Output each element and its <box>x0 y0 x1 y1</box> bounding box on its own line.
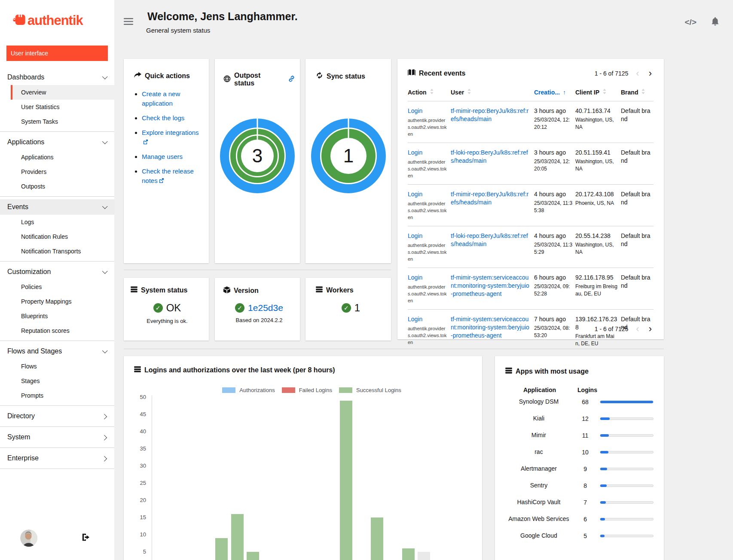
sidebar-item-flows[interactable]: Flows <box>11 359 114 374</box>
sidebar: authentik User interface DashboardsOverv… <box>0 0 114 560</box>
apps-usage-card: Apps with most usage Application Logins … <box>495 356 664 560</box>
sidebar-group: System <box>0 429 114 445</box>
event-user-link[interactable]: tf-mimir-repo:BeryJu/k8s:ref:refs/heads/… <box>451 107 530 123</box>
user-interface-button[interactable]: User interface <box>6 46 108 61</box>
event-creation-cell: 3 hours ago 25/03/2024, 12:20:05 <box>534 149 575 179</box>
events-column-brand[interactable]: Brand <box>621 88 654 96</box>
sign-out-icon[interactable] <box>82 533 90 543</box>
event-client-ip: 20.55.14.238 <box>575 232 618 240</box>
chart-bar <box>231 514 244 560</box>
events-pagination-bottom: 1 - 6 of 7125 ‹ › <box>595 326 654 332</box>
quick-action-link-check-the-logs[interactable]: Check the logs <box>142 114 184 122</box>
app-usage-bar <box>600 417 654 420</box>
events-column-action[interactable]: Action <box>408 88 451 96</box>
chevron-right-icon[interactable]: › <box>647 70 654 76</box>
sidebar-item-applications[interactable]: Applications <box>11 150 114 164</box>
y-tick: 25 <box>128 480 146 486</box>
sidebar-item-notification-rules[interactable]: Notification Rules <box>11 229 114 244</box>
sidebar-divider <box>0 261 114 262</box>
app-name: Mimir <box>505 431 572 439</box>
column-label: Action <box>408 89 427 96</box>
event-user-link[interactable]: tf-mimir-system:serviceaccount:monitorin… <box>451 274 530 298</box>
sidebar-group-directory[interactable]: Directory <box>0 408 114 424</box>
quick-action-link-check-the-release-notes[interactable]: Check the release notes <box>142 167 194 184</box>
event-action-link[interactable]: Login <box>408 232 422 240</box>
sidebar-item-prompts[interactable]: Prompts <box>11 388 114 403</box>
quick-action-link-manage-users[interactable]: Manage users <box>142 153 183 160</box>
api-code-icon[interactable]: </> <box>685 18 696 27</box>
event-user-cell: tf-loki-repo:BeryJu/k8s:ref:refs/heads/m… <box>451 149 534 179</box>
sidebar-divider <box>0 447 114 448</box>
column-label: Brand <box>621 89 638 96</box>
sidebar-item-user-statistics[interactable]: User Statistics <box>11 100 114 114</box>
sidebar-item-overview[interactable]: Overview <box>11 85 114 100</box>
quick-action-link-create-a-new-application[interactable]: Create a new application <box>142 90 180 107</box>
quick-action-link-explore-integrations[interactable]: Explore integrations <box>142 129 199 136</box>
chevron-right-icon[interactable]: › <box>647 326 654 332</box>
event-user-cell: tf-mimir-system:serviceaccount:monitorin… <box>451 274 534 304</box>
sidebar-item-system-tasks[interactable]: System Tasks <box>11 114 114 129</box>
event-brand-cell: Default brand <box>621 149 654 179</box>
event-action-link[interactable]: Login <box>408 107 422 115</box>
event-action-cell: Login authentik.providers.oauth2.views.t… <box>408 190 451 221</box>
sidebar-group-label: Applications <box>7 138 44 146</box>
app-usage-bar <box>600 401 654 403</box>
events-column-user[interactable]: User <box>451 88 534 96</box>
sidebar-group-events[interactable]: Events <box>0 199 114 215</box>
app-usage-bar <box>600 451 654 453</box>
events-column-creatio[interactable]: Creatio...↑ <box>534 88 575 96</box>
legend-item-authorizations: Authorizations <box>222 387 275 393</box>
events-column-client-ip[interactable]: Client IP <box>575 88 621 96</box>
app-usage-bar-fill <box>600 518 605 520</box>
event-user-link[interactable]: tf-loki-repo:BeryJu/k8s:ref:refs/heads/m… <box>451 232 530 248</box>
external-link-icon <box>143 138 148 146</box>
app-usage-bar <box>600 535 654 537</box>
chain-link-icon[interactable] <box>288 76 295 84</box>
event-timestamp: 25/03/2024, 11:35:38 <box>534 200 573 214</box>
event-user-link[interactable]: tf-mimir-repo:BeryJu/k8s:ref:refs/heads/… <box>451 190 530 207</box>
sync-status-title: Sync status <box>327 73 365 80</box>
chevron-left-icon[interactable]: ‹ <box>634 70 641 76</box>
event-action-link[interactable]: Login <box>408 149 422 157</box>
app-usage-row: Sentry 8 <box>505 477 654 494</box>
event-action-link[interactable]: Login <box>408 274 422 282</box>
apps-column-application: Application <box>505 387 574 393</box>
donut-notch <box>348 119 349 138</box>
event-action-link[interactable]: Login <box>408 190 422 198</box>
y-tick: 15 <box>128 514 146 520</box>
sidebar-group-flows-and-stages[interactable]: Flows and Stages <box>0 344 114 359</box>
event-user-link[interactable]: tf-mimir-system:serviceaccount:monitorin… <box>451 315 530 340</box>
sidebar-item-outposts[interactable]: Outposts <box>11 179 114 194</box>
version-value-link[interactable]: 1e25d3e <box>248 303 283 313</box>
sidebar-group-applications[interactable]: Applications <box>0 134 114 150</box>
sidebar-group-enterprise[interactable]: Enterprise <box>0 450 114 466</box>
hamburger-menu-icon[interactable] <box>124 18 133 27</box>
app-login-count: 9 <box>572 466 598 472</box>
sidebar-item-property-mappings[interactable]: Property Mappings <box>11 294 114 309</box>
donut-ring-blue: 3 <box>220 119 295 193</box>
sidebar-item-stages[interactable]: Stages <box>11 374 114 388</box>
sidebar-footer <box>0 520 114 560</box>
sidebar-item-policies[interactable]: Policies <box>11 280 114 294</box>
sidebar-group-customization[interactable]: Customization <box>0 264 114 280</box>
event-brand: Default brand <box>621 274 654 290</box>
chart-bar <box>371 517 383 560</box>
sidebar-item-blueprints[interactable]: Blueprints <box>11 309 114 323</box>
sidebar-group: Flows and StagesFlowsStagesPrompts <box>0 344 114 403</box>
event-age: 4 hours ago <box>534 190 573 198</box>
event-context: authentik.providers.oauth2.views.token <box>408 200 447 221</box>
sidebar-group-dashboards[interactable]: Dashboards <box>0 70 114 85</box>
user-avatar[interactable] <box>20 530 37 547</box>
sidebar-item-notification-transports[interactable]: Notification Transports <box>11 244 114 259</box>
sidebar-item-reputation-scores[interactable]: Reputation scores <box>11 323 114 338</box>
sidebar-group-system[interactable]: System <box>0 429 114 445</box>
chevron-left-icon[interactable]: ‹ <box>634 326 641 332</box>
sidebar-item-providers[interactable]: Providers <box>11 164 114 179</box>
event-user-link[interactable]: tf-loki-repo:BeryJu/k8s:ref:refs/heads/m… <box>451 149 530 165</box>
event-context: authentik.providers.oauth2.views.token <box>408 283 447 304</box>
sidebar-divider <box>0 196 114 197</box>
sidebar-item-logs[interactable]: Logs <box>11 215 114 229</box>
check-circle-icon: ✓ <box>235 303 244 313</box>
notification-bell-icon[interactable] <box>711 17 719 27</box>
event-action-link[interactable]: Login <box>408 315 422 323</box>
